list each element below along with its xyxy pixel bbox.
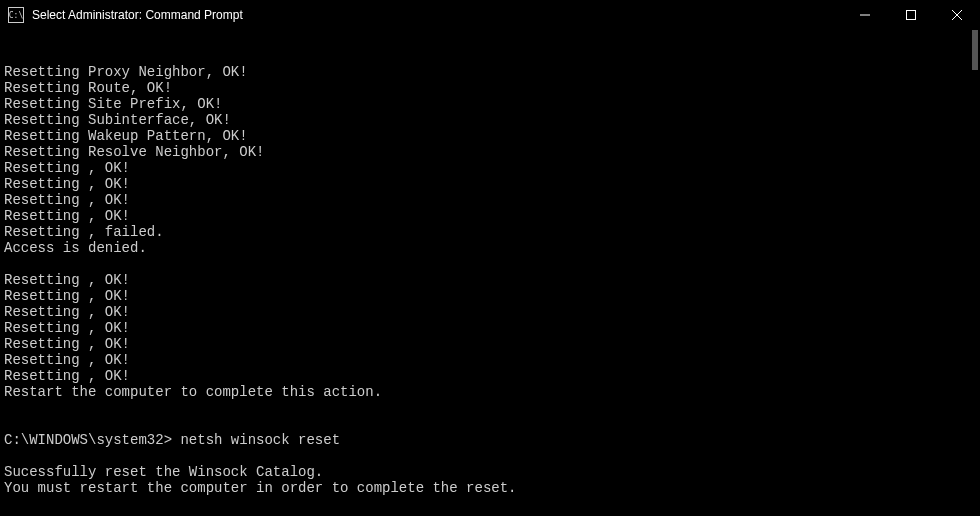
- terminal-line: Resetting , OK!: [4, 208, 976, 224]
- terminal-line: Resetting Resolve Neighbor, OK!: [4, 144, 976, 160]
- minimize-button[interactable]: [842, 0, 888, 30]
- terminal-line: Resetting , OK!: [4, 160, 976, 176]
- terminal-line: Resetting Route, OK!: [4, 80, 976, 96]
- command-prompt-window: C:\ Select Administrator: Command Prompt: [0, 0, 980, 516]
- terminal-line: Resetting , OK!: [4, 336, 976, 352]
- terminal-line: Resetting Subinterface, OK!: [4, 112, 976, 128]
- terminal-line: [4, 448, 976, 464]
- terminal-line: [4, 512, 976, 516]
- terminal-line: C:\WINDOWS\system32> netsh winsock reset: [4, 432, 976, 448]
- svg-rect-1: [907, 11, 916, 20]
- terminal-line: [4, 496, 976, 512]
- terminal-line: Resetting , OK!: [4, 368, 976, 384]
- maximize-icon: [906, 10, 916, 20]
- terminal-line: Resetting , OK!: [4, 288, 976, 304]
- terminal-line: Resetting , failed.: [4, 224, 976, 240]
- app-icon: C:\: [8, 7, 24, 23]
- terminal-line: [4, 416, 976, 432]
- terminal-line: Resetting , OK!: [4, 192, 976, 208]
- terminal-line: Resetting , OK!: [4, 320, 976, 336]
- minimize-icon: [860, 10, 870, 20]
- terminal-line: Resetting , OK!: [4, 352, 976, 368]
- scrollbar-thumb[interactable]: [972, 30, 978, 70]
- close-icon: [952, 10, 962, 20]
- terminal-line: Restart the computer to complete this ac…: [4, 384, 976, 400]
- terminal-line: Resetting Site Prefix, OK!: [4, 96, 976, 112]
- window-title: Select Administrator: Command Prompt: [32, 8, 842, 22]
- terminal-line: Resetting , OK!: [4, 176, 976, 192]
- terminal-line: Resetting , OK!: [4, 272, 976, 288]
- titlebar[interactable]: C:\ Select Administrator: Command Prompt: [0, 0, 980, 30]
- terminal-line: [4, 400, 976, 416]
- terminal-line: Resetting , OK!: [4, 304, 976, 320]
- maximize-button[interactable]: [888, 0, 934, 30]
- terminal-line: You must restart the computer in order t…: [4, 480, 976, 496]
- terminal-output[interactable]: Resetting Proxy Neighbor, OK!Resetting R…: [0, 30, 980, 516]
- terminal-line: Resetting Proxy Neighbor, OK!: [4, 64, 976, 80]
- terminal-line: Resetting Wakeup Pattern, OK!: [4, 128, 976, 144]
- terminal-line: Access is denied.: [4, 240, 976, 256]
- terminal-line: [4, 256, 976, 272]
- terminal-line: Sucessfully reset the Winsock Catalog.: [4, 464, 976, 480]
- window-controls: [842, 0, 980, 30]
- close-button[interactable]: [934, 0, 980, 30]
- terminal-lines: Resetting Proxy Neighbor, OK!Resetting R…: [4, 64, 976, 516]
- app-icon-text: C:\: [9, 11, 23, 20]
